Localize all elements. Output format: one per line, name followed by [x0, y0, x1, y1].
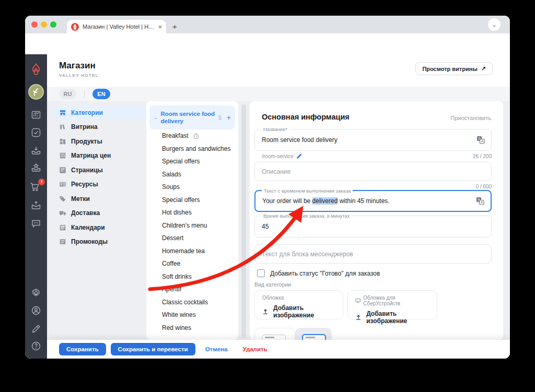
category-item[interactable]: Coffee	[146, 257, 238, 270]
category-item[interactable]: Aperitif	[146, 283, 238, 296]
upload-icon	[262, 308, 269, 315]
ready-status-checkbox[interactable]	[257, 269, 265, 277]
tag-icon	[59, 195, 66, 203]
category-item[interactable]: Breakfast	[146, 129, 238, 142]
hotbot-favicon-flame-icon	[71, 23, 79, 31]
tab-search-button[interactable]: ⌄	[488, 18, 501, 31]
zoom-window-button[interactable]	[50, 21, 56, 28]
lang-separator	[84, 90, 85, 98]
tasks-check-icon[interactable]	[31, 127, 41, 138]
sidebar-item-categories[interactable]: Категории	[52, 105, 146, 120]
sidebar-item-calendars[interactable]: Календари	[52, 220, 146, 235]
view-option-selected[interactable]	[295, 328, 332, 340]
category-item[interactable]: Salads	[146, 168, 238, 181]
sidebar-item-showcase[interactable]: Витрина	[52, 120, 146, 135]
edit-slug-pencil-icon[interactable]	[296, 153, 302, 159]
duration-field[interactable]: Время выполнения заказа, в минутах 45	[254, 216, 492, 237]
form-section-title: Основная информация	[262, 113, 350, 121]
settings-gear-icon[interactable]	[31, 288, 41, 298]
property-name: VALLEY HOTEL	[59, 73, 99, 78]
language-bar: RU EN	[47, 87, 510, 101]
schedule-clock-icon	[193, 133, 200, 139]
lang-tab-ru[interactable]: RU	[59, 89, 76, 99]
category-item[interactable]: Children's menu	[146, 219, 238, 232]
category-form: Основная информация Приостановить Назван…	[250, 101, 503, 340]
sidebar-item-promocodes[interactable]: Промокоды	[52, 235, 146, 250]
close-window-button[interactable]	[31, 21, 38, 28]
analytics-icon[interactable]	[31, 110, 41, 120]
pause-link[interactable]: Приостановить	[450, 115, 491, 121]
lang-tab-en[interactable]: EN	[92, 89, 110, 99]
tab-title: Магазин | Valley Hotel | Hotb	[83, 23, 154, 30]
category-item[interactable]: Dessert	[146, 232, 238, 245]
category-item[interactable]: Homemade tea	[146, 245, 238, 258]
category-root-item[interactable]: ⌄ Room service food delivery $ +	[149, 105, 235, 129]
cancel-button[interactable]: Отмена	[200, 346, 233, 352]
delete-button[interactable]: Удалить	[237, 346, 272, 352]
shop-nav-menu: Категории Витрина Продукты Матрица цен	[52, 105, 146, 249]
inbox-icon[interactable]	[31, 145, 41, 156]
category-item[interactable]: Soups	[146, 181, 238, 194]
category-panel: ⌄ Room service food delivery $ + Breakfa…	[146, 101, 238, 340]
sidebar-item-delivery[interactable]: Доставка	[52, 206, 146, 221]
view-option-default[interactable]	[254, 328, 295, 340]
hotbot-logo-flame-icon[interactable]	[31, 63, 42, 75]
name-counter: 26 / 200	[473, 153, 492, 159]
screenshot-canvas: Магазин | Valley Hotel | Hotb × + ⌄ ← → …	[0, 0, 535, 392]
messenger-text-field[interactable]: Текст для блока мессенджеров	[254, 244, 492, 264]
category-item[interactable]: Soft drinks	[146, 270, 238, 283]
pages-icon	[59, 167, 66, 174]
sidebar-item-resources[interactable]: Ресурсы	[52, 177, 146, 192]
orders-cart-icon[interactable]: 7	[29, 181, 43, 195]
name-field[interactable]: Название* Room service food delivery 文A	[254, 129, 492, 151]
slug-row: /room-service	[262, 153, 492, 159]
minimize-window-button[interactable]	[41, 21, 47, 28]
edit-pencil-icon[interactable]	[31, 324, 41, 334]
category-item[interactable]: Special offers	[146, 194, 238, 207]
device-icon	[355, 298, 360, 303]
account-icon[interactable]	[31, 305, 41, 316]
page-title: Магазин	[59, 61, 96, 71]
content-area: Категории Витрина Продукты Матрица цен	[47, 101, 510, 340]
tab-close-icon[interactable]: ×	[158, 23, 162, 31]
category-item[interactable]: Hot dishes	[146, 206, 238, 219]
category-item[interactable]: Special offers	[146, 155, 238, 168]
chat-icon[interactable]	[31, 218, 41, 229]
browser-window: Магазин | Valley Hotel | Hotb × + ⌄ ← → …	[25, 16, 510, 359]
property-avatar[interactable]	[28, 84, 44, 100]
save-button[interactable]: Сохранить	[59, 343, 106, 355]
slug-text: /room-service	[262, 153, 294, 159]
app-header: Магазин VALLEY HOTEL Просмотр витрины ↗	[47, 54, 510, 87]
new-tab-button[interactable]: +	[172, 22, 177, 30]
svg-text:A: A	[481, 139, 484, 143]
cover-sber-upload-card[interactable]: Обложка для СберУстройств Добавить изобр…	[347, 290, 437, 319]
description-counter: 0 / 600	[475, 184, 492, 189]
description-field[interactable]: Описание	[254, 162, 492, 181]
preview-storefront-button[interactable]: Просмотр витрины ↗	[415, 62, 493, 75]
category-item[interactable]: White wines	[146, 308, 238, 322]
translate-icon[interactable]: 文A	[476, 136, 485, 144]
chevron-down-icon: ⌄	[492, 22, 496, 28]
add-category-icon[interactable]: +	[227, 113, 231, 122]
calendar-icon	[59, 224, 66, 231]
save-and-translate-button[interactable]: Сохранить и перевести	[111, 343, 195, 355]
order-time-text-field[interactable]: Текст с временем выполнения заказа Your …	[254, 190, 492, 212]
chevron-down-icon[interactable]: ⌄	[154, 115, 158, 120]
sidebar-item-pages[interactable]: Страницы	[52, 163, 146, 177]
products-grid-icon	[59, 138, 66, 145]
order-time-text-value: Your order will be delivered within 45 m…	[262, 197, 390, 205]
browser-tab[interactable]: Магазин | Valley Hotel | Hotb ×	[67, 20, 166, 33]
mailing-icon[interactable]	[31, 200, 41, 210]
category-item[interactable]: Burgers and sandwiches	[146, 142, 238, 156]
sidebar-item-price-matrix[interactable]: Матрица цен	[52, 149, 146, 163]
category-item[interactable]: Classic cocktails	[146, 296, 238, 309]
panel-scrollbar[interactable]	[241, 104, 246, 338]
cover-upload-card[interactable]: Обложка Добавить изображение	[254, 290, 343, 319]
translate-icon[interactable]: 文A	[476, 197, 484, 205]
reviews-star-tray-icon[interactable]	[31, 162, 41, 173]
category-price-icon[interactable]: $	[218, 114, 222, 121]
category-item[interactable]: Red wines	[146, 322, 238, 335]
help-icon[interactable]	[31, 341, 41, 351]
sidebar-item-tags[interactable]: Метки	[52, 192, 146, 206]
sidebar-item-products[interactable]: Продукты	[52, 134, 146, 149]
